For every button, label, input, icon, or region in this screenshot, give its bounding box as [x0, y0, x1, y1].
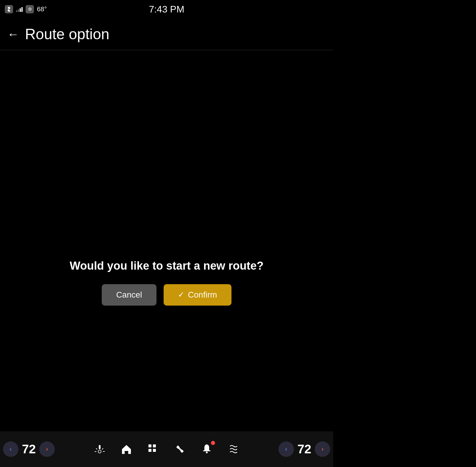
dialog-buttons: Cancel ✓ Confirm [102, 284, 231, 306]
header-nav: ← Route option [0, 18, 333, 50]
svg-rect-8 [148, 449, 151, 452]
svg-point-11 [206, 452, 208, 453]
temp-control-right: ‹ 72 › [278, 441, 330, 457]
temp-right-increase-button[interactable]: › [315, 441, 330, 457]
svg-rect-9 [153, 449, 156, 452]
temp-left-decrease-button[interactable]: ‹ [3, 441, 18, 457]
menu-grid-icon[interactable] [144, 440, 162, 458]
temp-control-left: ‹ 72 › [3, 441, 55, 457]
bottom-icons [55, 440, 278, 458]
fan-icon[interactable] [171, 440, 189, 458]
page-title: Route option [25, 26, 109, 43]
back-button[interactable]: ← [7, 28, 19, 40]
svg-line-4 [96, 448, 97, 449]
bluetooth-icon [5, 5, 13, 13]
status-left: ⚙ 68° [5, 5, 47, 13]
svg-rect-1 [99, 445, 101, 449]
left-arrow-icon: ‹ [10, 445, 12, 453]
checkmark-icon: ✓ [178, 290, 184, 299]
left-arrow-right-icon: ‹ [285, 445, 287, 453]
signal-icon [16, 7, 23, 12]
notification-icon[interactable] [198, 440, 216, 458]
svg-rect-7 [153, 444, 156, 447]
svg-line-5 [102, 448, 103, 449]
cancel-button[interactable]: Cancel [102, 284, 156, 306]
hvac-icon[interactable] [91, 440, 109, 458]
temp-left-increase-button[interactable]: › [39, 441, 55, 457]
svg-rect-6 [148, 444, 151, 447]
temp-left-value: 72 [20, 442, 37, 456]
heat-icon[interactable] [225, 440, 242, 458]
svg-point-0 [98, 450, 101, 453]
temp-right-decrease-button[interactable]: ‹ [278, 441, 294, 457]
notification-dot [211, 441, 215, 445]
status-time: 7:43 PM [149, 4, 184, 15]
bottom-bar: ‹ 72 › [0, 431, 333, 467]
confirm-label: Confirm [188, 290, 217, 300]
settings-icon[interactable]: ⚙ [26, 5, 34, 13]
home-icon[interactable] [118, 440, 135, 458]
temp-right-value: 72 [296, 442, 313, 456]
svg-point-10 [179, 448, 181, 450]
status-temperature: 68° [37, 5, 47, 13]
main-content: Would you like to start a new route? Can… [0, 50, 333, 431]
dialog-question: Would you like to start a new route? [70, 260, 264, 272]
dialog-area: Would you like to start a new route? Can… [70, 260, 264, 306]
status-bar: ⚙ 68° 7:43 PM [0, 0, 333, 18]
confirm-button[interactable]: ✓ Confirm [164, 284, 231, 306]
right-arrow-icon: › [46, 445, 48, 453]
right-arrow-right-icon: › [321, 445, 323, 453]
